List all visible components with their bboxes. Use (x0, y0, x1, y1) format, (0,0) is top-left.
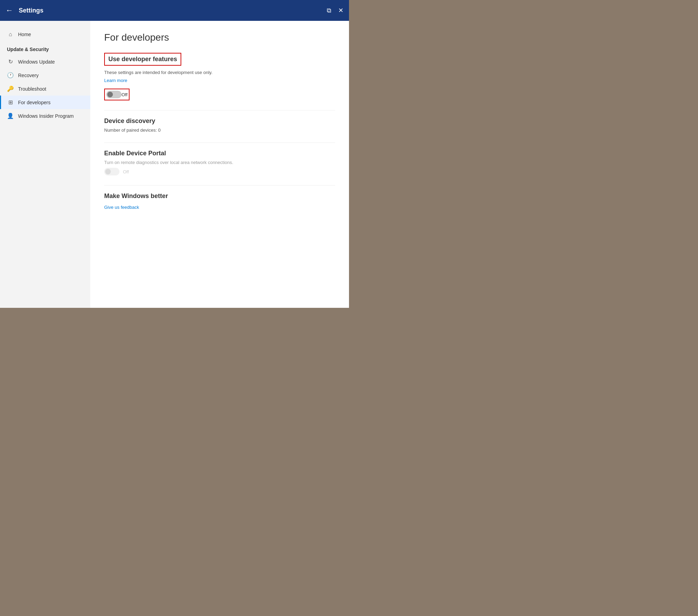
sidebar-section-header: Update & Security (0, 41, 90, 55)
titlebar-left: ← Settings (6, 6, 43, 15)
troubleshoot-icon: 🔑 (7, 85, 14, 92)
window-snap-icon[interactable]: ⧉ (327, 7, 331, 14)
use-developer-features-description: These settings are intended for developm… (104, 70, 335, 75)
sidebar-item-home-label: Home (18, 32, 31, 37)
settings-window: ← Settings ⧉ ✕ ⌂ Home Update & Security … (0, 0, 349, 308)
sidebar-item-home[interactable]: ⌂ Home (0, 28, 90, 41)
divider-1 (104, 110, 335, 110)
titlebar-right: ⧉ ✕ (327, 7, 343, 14)
divider-3 (104, 185, 335, 186)
enable-device-portal-section: Enable Device Portal Turn on remote diag… (104, 150, 335, 175)
windows-insider-icon: 👤 (7, 113, 14, 119)
sidebar-item-windows-update-label: Windows Update (18, 59, 55, 65)
home-icon: ⌂ (7, 31, 14, 38)
main-content: For developers Use developer features Th… (90, 21, 349, 308)
enable-device-portal-toggle-label: Off (123, 169, 129, 174)
enable-device-portal-toggle-row: Off (104, 168, 335, 175)
use-developer-features-toggle-label: Off (122, 92, 127, 97)
make-windows-better-title: Make Windows better (104, 192, 335, 200)
use-developer-features-section: Use developer features These settings ar… (104, 53, 335, 100)
make-windows-better-section: Make Windows better Give us feedback (104, 192, 335, 210)
page-title: For developers (104, 32, 335, 43)
sidebar-item-recovery-label: Recovery (18, 73, 39, 78)
divider-2 (104, 142, 335, 143)
learn-more-link[interactable]: Learn more (104, 78, 127, 83)
sidebar-item-windows-update[interactable]: ↻ Windows Update (0, 55, 90, 68)
device-discovery-title: Device discovery (104, 117, 335, 125)
enable-device-portal-title: Enable Device Portal (104, 150, 335, 157)
enable-device-portal-toggle[interactable] (104, 168, 119, 175)
developers-icon: ⊞ (7, 99, 14, 106)
windows-update-icon: ↻ (7, 58, 14, 65)
paired-devices-count: Number of paired devices: 0 (104, 128, 335, 133)
sidebar: ⌂ Home Update & Security ↻ Windows Updat… (0, 21, 90, 308)
sidebar-item-windows-insider[interactable]: 👤 Windows Insider Program (0, 109, 90, 123)
titlebar: ← Settings ⧉ ✕ (0, 0, 349, 21)
sidebar-item-troubleshoot[interactable]: 🔑 Troubleshoot (0, 82, 90, 96)
titlebar-title: Settings (19, 7, 43, 14)
device-discovery-section: Device discovery Number of paired device… (104, 117, 335, 133)
give-us-feedback-link[interactable]: Give us feedback (104, 205, 139, 210)
content-area: ⌂ Home Update & Security ↻ Windows Updat… (0, 21, 349, 308)
use-developer-features-highlight: Use developer features (104, 53, 181, 66)
enable-device-portal-description: Turn on remote diagnostics over local ar… (104, 160, 335, 165)
use-developer-features-toggle-row: Off (104, 89, 335, 100)
use-developer-features-toggle[interactable] (106, 91, 122, 98)
use-developer-features-title: Use developer features (108, 56, 177, 63)
sidebar-item-for-developers-label: For developers (18, 100, 50, 105)
sidebar-item-for-developers[interactable]: ⊞ For developers (0, 96, 90, 109)
sidebar-item-troubleshoot-label: Troubleshoot (18, 86, 46, 92)
close-button[interactable]: ✕ (338, 7, 343, 14)
back-button[interactable]: ← (6, 6, 13, 15)
recovery-icon: 🕐 (7, 72, 14, 79)
sidebar-item-recovery[interactable]: 🕐 Recovery (0, 68, 90, 82)
use-developer-features-toggle-container: Off (104, 89, 130, 100)
sidebar-item-windows-insider-label: Windows Insider Program (18, 113, 74, 119)
